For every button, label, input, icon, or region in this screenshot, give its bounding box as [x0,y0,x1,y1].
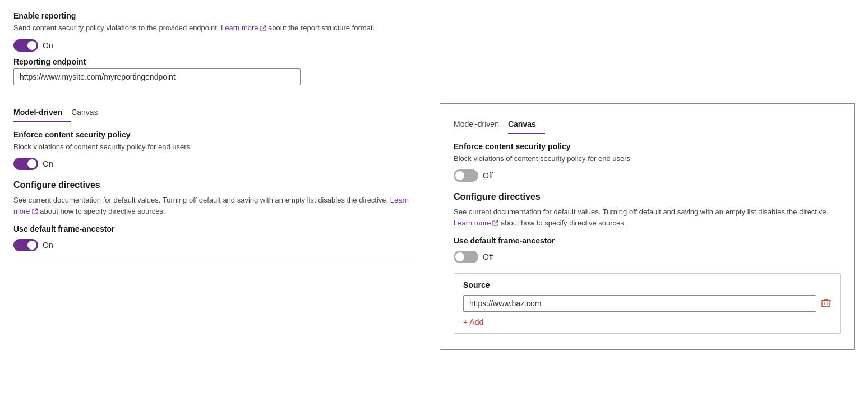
right-enforce-csp-desc: Block violations of content security pol… [454,153,841,164]
left-configure-directives-title: Configure directives [13,180,417,190]
left-enforce-csp-toggle-label: On [43,159,53,168]
left-configure-directives-desc: See current documentation for default va… [13,195,417,217]
right-configure-learn-more[interactable]: Learn more [454,219,491,227]
right-source-label: Source [463,280,831,289]
right-tabs: Model-driven Canvas [454,115,841,134]
toggle-thumb [27,41,36,50]
right-source-section: Source + Add [454,273,841,334]
left-frame-ancestor-toggle-thumb [27,241,36,250]
right-configure-directives-section: Configure directives See current documen… [454,192,841,228]
left-external-link-icon [31,208,38,215]
right-source-add-link[interactable]: + Add [463,317,831,326]
left-frame-ancestor-toggle[interactable] [13,239,38,251]
reporting-endpoint-input[interactable] [13,68,301,85]
right-external-link-icon [492,220,498,227]
enable-reporting-description: Send content security policy violations … [13,22,855,34]
right-frame-ancestor-toggle[interactable] [454,251,478,263]
left-tab-canvas[interactable]: Canvas [71,103,107,122]
right-source-delete-icon[interactable] [821,298,831,310]
right-enforce-csp-section: Enforce content security policy Block vi… [454,142,841,182]
right-configure-directives-desc: See current documentation for default va… [454,206,841,228]
right-source-input-row [463,295,831,312]
right-enforce-csp-toggle-thumb [455,171,464,180]
left-enforce-csp-toggle[interactable] [13,158,38,170]
external-link-icon [260,25,266,32]
reporting-endpoint-section: Reporting endpoint [13,57,855,94]
right-enforce-csp-toggle-wrapper: Off [454,169,841,182]
enable-reporting-toggle-wrapper: On [13,39,855,52]
right-enforce-csp-toggle-label: Off [483,171,493,180]
right-configure-directives-title: Configure directives [454,192,841,202]
left-divider [13,263,417,263]
left-enforce-csp-toggle-wrapper: On [13,158,417,170]
svg-rect-0 [822,301,830,307]
right-enforce-csp-title: Enforce content security policy [454,142,841,151]
left-panel: Model-driven Canvas Enforce content secu… [13,103,428,271]
left-tab-model-driven[interactable]: Model-driven [13,103,71,122]
enable-reporting-title: Enable reporting [13,11,855,20]
right-tab-canvas[interactable]: Canvas [508,115,545,134]
right-frame-ancestor-toggle-wrapper: Off [454,251,841,263]
enable-reporting-section: Enable reporting Send content security p… [13,11,855,52]
right-frame-ancestor-toggle-label: Off [483,252,493,261]
reporting-endpoint-label: Reporting endpoint [13,57,855,66]
left-configure-directives-section: Configure directives See current documen… [13,180,417,217]
right-panel: Model-driven Canvas Enforce content secu… [440,103,855,350]
right-tab-model-driven[interactable]: Model-driven [454,115,508,134]
left-enforce-csp-toggle-thumb [27,159,36,168]
enable-reporting-toggle[interactable] [13,39,38,52]
left-default-frame-ancestor-section: Use default frame-ancestor On [13,224,417,251]
left-frame-ancestor-toggle-wrapper: On [13,239,417,251]
right-default-frame-ancestor-label: Use default frame-ancestor [454,236,841,245]
left-enforce-csp-section: Enforce content security policy Block vi… [13,130,417,171]
enable-reporting-learn-more[interactable]: Learn more [221,24,258,32]
left-enforce-csp-title: Enforce content security policy [13,130,417,139]
enable-reporting-toggle-label: On [43,41,53,50]
right-frame-ancestor-toggle-thumb [455,252,464,261]
main-layout: Model-driven Canvas Enforce content secu… [13,103,855,350]
right-default-frame-ancestor-section: Use default frame-ancestor Off [454,236,841,263]
left-frame-ancestor-toggle-label: On [43,241,53,250]
left-default-frame-ancestor-label: Use default frame-ancestor [13,224,417,233]
left-enforce-csp-desc: Block violations of content security pol… [13,141,417,153]
right-enforce-csp-toggle[interactable] [454,169,478,182]
left-tabs: Model-driven Canvas [13,103,417,122]
right-source-input[interactable] [463,295,816,312]
